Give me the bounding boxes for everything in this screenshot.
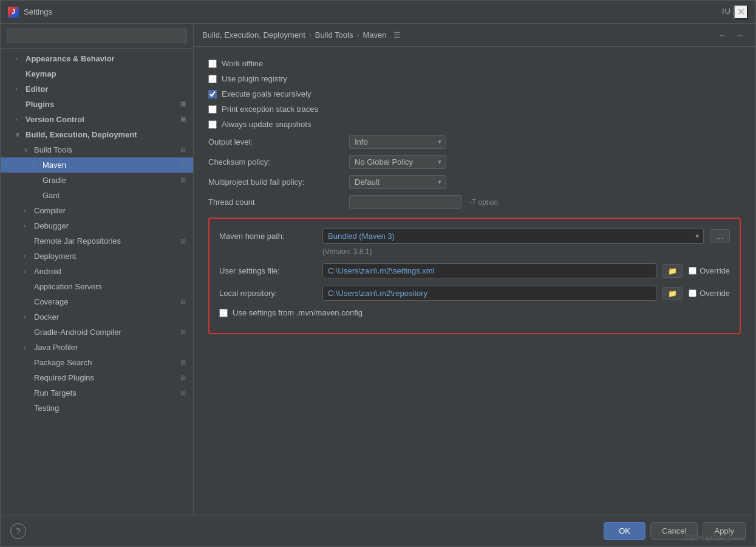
sidebar-item-label: Application Servers — [34, 282, 186, 291]
breadcrumb-sep-2: › — [356, 31, 359, 40]
arrow-icon: › — [24, 253, 31, 260]
local-repo-override-checkbox[interactable] — [689, 289, 696, 297]
settings-icon: ⊞ — [180, 389, 186, 397]
watermark: CSDN @Zain_horse — [685, 534, 746, 542]
arrow-icon: › — [24, 207, 31, 214]
execute-goals-checkbox[interactable] — [208, 90, 217, 98]
thread-count-label: Thread count — [208, 198, 342, 207]
sidebar-item-required-plugins[interactable]: Required Plugins ⊞ — [1, 370, 193, 385]
work-offline-checkbox[interactable] — [208, 60, 217, 68]
app-icon: J — [8, 7, 19, 18]
dialog-title: Settings — [24, 7, 734, 16]
breadcrumb-back-button[interactable]: ← — [715, 29, 730, 41]
use-plugin-registry-checkbox[interactable] — [208, 75, 217, 83]
sidebar-item-build-execution[interactable]: ∨ Build, Execution, Deployment — [1, 127, 193, 142]
sidebar-item-label: Coverage — [34, 297, 178, 306]
use-settings-row: Use settings from .mvn/maven.config — [219, 308, 730, 317]
search-input[interactable] — [7, 29, 187, 43]
sidebar-item-debugger[interactable]: › Debugger — [1, 218, 193, 233]
help-button[interactable]: ? — [10, 523, 26, 539]
local-repo-label: Local repository: — [219, 289, 316, 298]
sidebar-item-label: Docker — [34, 312, 186, 322]
ok-button[interactable]: OK — [604, 522, 645, 540]
sidebar-item-compiler[interactable]: › Compiler — [1, 203, 193, 218]
sidebar-item-package-search[interactable]: Package Search ⊞ — [1, 355, 193, 370]
arrow-icon: › — [32, 162, 39, 168]
sidebar-item-maven[interactable]: › Maven ⊞ — [1, 157, 193, 173]
sidebar-item-build-tools[interactable]: ∨ Build Tools ⊞ — [1, 142, 193, 157]
print-exception-checkbox[interactable] — [208, 105, 217, 114]
user-settings-row: User settings file: 📁 Override — [219, 263, 730, 278]
sidebar-item-label: Gradle-Android Compiler — [34, 328, 178, 337]
checksum-policy-label: Checksum policy: — [208, 157, 342, 167]
multiproject-label: Multiproject build fail policy: — [208, 177, 342, 187]
sidebar-item-docker[interactable]: › Docker — [1, 309, 193, 325]
sidebar-item-label: Build, Execution, Deployment — [26, 130, 186, 139]
arrow-icon: › — [24, 268, 31, 275]
user-settings-override-label: Override — [700, 266, 730, 275]
sidebar-item-label: Android — [34, 267, 186, 276]
sidebar-item-plugins[interactable]: Plugins ⊞ — [1, 97, 193, 112]
sidebar-item-testing[interactable]: Testing — [1, 401, 193, 416]
sidebar-item-java-profiler[interactable]: › Java Profiler — [1, 340, 193, 355]
local-repo-override: Override — [689, 289, 730, 298]
use-settings-checkbox[interactable] — [219, 309, 228, 317]
local-repo-override-label: Override — [700, 289, 730, 298]
nav-tree: › Appearance & Behavior Keymap › Editor … — [1, 49, 193, 515]
output-level-dropdown[interactable]: Info Debug Error — [349, 135, 446, 149]
sidebar-item-remote-jar[interactable]: Remote Jar Repositories ⊞ — [1, 233, 193, 249]
multiproject-row: Multiproject build fail policy: Default … — [208, 175, 741, 189]
maven-home-dropdown[interactable]: Bundled (Maven 3) — [322, 229, 704, 244]
settings-icon: ⊞ — [180, 359, 186, 366]
sidebar-item-editor[interactable]: › Editor — [1, 81, 193, 97]
sidebar-item-label: Gradle — [43, 176, 178, 185]
thread-count-input[interactable] — [349, 195, 462, 209]
sidebar-item-label: Java Profiler — [34, 343, 186, 352]
sidebar-item-gradle[interactable]: Gradle ⊞ — [1, 173, 193, 188]
settings-icon: ⊞ — [180, 146, 186, 154]
sidebar-item-label: Gant — [43, 191, 186, 200]
sidebar-item-run-targets[interactable]: Run Targets ⊞ — [1, 385, 193, 401]
right-panel: Build, Execution, Deployment › Build Too… — [194, 24, 755, 515]
breadcrumb-maven: Maven — [363, 30, 386, 40]
maven-home-browse-button[interactable]: ... — [710, 229, 730, 243]
user-settings-input[interactable] — [322, 263, 656, 278]
breadcrumb-forward-button[interactable]: → — [732, 29, 747, 41]
sidebar-item-gradle-android[interactable]: Gradle-Android Compiler ⊞ — [1, 325, 193, 340]
arrow-icon: › — [15, 116, 22, 123]
sidebar-item-keymap[interactable]: Keymap — [1, 66, 193, 81]
arrow-icon: › — [24, 344, 31, 351]
sidebar-item-appearance[interactable]: › Appearance & Behavior — [1, 51, 193, 66]
sidebar-item-label: Keymap — [26, 69, 186, 78]
highlighted-section: Maven home path: Bundled (Maven 3) ▼ ...… — [208, 218, 741, 334]
arrow-icon: › — [15, 86, 22, 92]
always-update-row: Always update snapshots — [208, 120, 741, 129]
local-repo-row: Local repository: 📁 Override — [219, 286, 730, 301]
checksum-policy-dropdown[interactable]: No Global Policy Fail Warn Ignore — [349, 155, 446, 169]
folder-icon: 📁 — [668, 267, 677, 275]
local-repo-browse-button[interactable]: 📁 — [662, 287, 683, 300]
user-settings-override-checkbox[interactable] — [689, 267, 696, 275]
user-settings-label: User settings file: — [219, 266, 316, 275]
sidebar-item-gant[interactable]: Gant — [1, 188, 193, 203]
folder-icon: 📁 — [668, 289, 677, 298]
breadcrumb-sep-1: › — [309, 31, 312, 40]
multiproject-dropdown[interactable]: Default Fail Fast Fail At End Fail Never — [349, 175, 446, 189]
sidebar-item-deployment[interactable]: › Deployment — [1, 249, 193, 264]
sidebar-item-version-control[interactable]: › Version Control ⊞ — [1, 112, 193, 127]
sidebar-item-android[interactable]: › Android — [1, 264, 193, 279]
sidebar-item-coverage[interactable]: Coverage ⊞ — [1, 294, 193, 309]
breadcrumb-build: Build, Execution, Deployment — [202, 30, 305, 40]
sidebar-item-app-servers[interactable]: Application Servers — [1, 279, 193, 294]
sidebar-item-label: Compiler — [34, 206, 186, 215]
sidebar-item-label: Appearance & Behavior — [26, 54, 186, 63]
breadcrumb-menu-icon[interactable]: ☰ — [393, 30, 401, 40]
user-settings-browse-button[interactable]: 📁 — [662, 264, 683, 278]
breadcrumb-bar: Build, Execution, Deployment › Build Too… — [194, 24, 755, 47]
always-update-checkbox[interactable] — [208, 120, 217, 129]
search-box: 🔍 — [1, 24, 193, 49]
sidebar-item-label: Build Tools — [34, 145, 178, 154]
close-button[interactable]: ✕ — [734, 5, 748, 19]
settings-icon: ⊞ — [180, 237, 186, 245]
local-repo-input[interactable] — [322, 286, 656, 301]
